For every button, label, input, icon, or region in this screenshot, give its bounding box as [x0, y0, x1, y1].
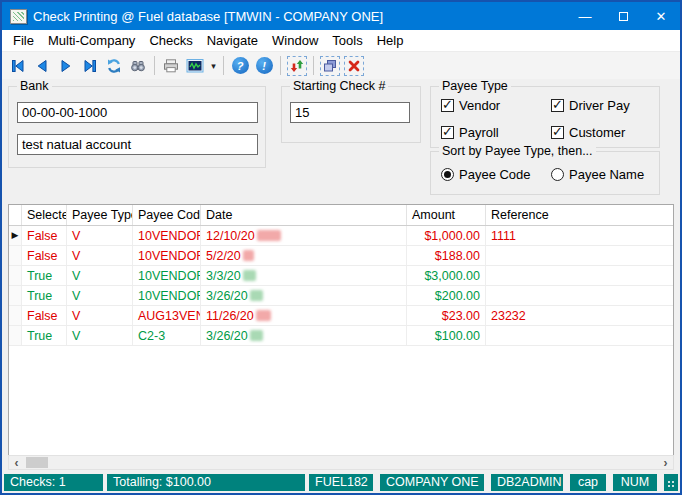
starting-check-input[interactable]: 15 [290, 102, 410, 123]
cell-reference[interactable] [486, 286, 673, 305]
menu-tools[interactable]: Tools [325, 31, 369, 50]
previous-record-button[interactable] [30, 55, 54, 77]
cell-payee-code[interactable]: AUG13VEN [133, 306, 201, 325]
table-row[interactable]: FalseV10VENDOR5/2/20$188.00 [9, 246, 673, 266]
cell-date[interactable]: 3/26/20 [201, 286, 407, 305]
cell-amount[interactable]: $188.00 [407, 246, 486, 265]
minimize-button[interactable]: — [566, 2, 604, 30]
transfer-button[interactable] [285, 55, 309, 77]
last-record-button[interactable] [78, 55, 102, 77]
checkbox-icon[interactable] [441, 126, 454, 139]
transfer-arrows-icon [287, 56, 307, 76]
cell-reference[interactable]: 1111 [486, 226, 673, 245]
cell-amount[interactable]: $1,000.00 [407, 226, 486, 245]
cell-date[interactable]: 12/10/20 [201, 226, 407, 245]
cell-amount[interactable]: $200.00 [407, 286, 486, 305]
radio-payee-name[interactable]: Payee Name [551, 167, 644, 182]
cell-selected[interactable]: True [22, 286, 67, 305]
column-header-date[interactable]: Date [201, 205, 407, 225]
checkbox-customer[interactable]: Customer [551, 125, 625, 140]
menu-navigate[interactable]: Navigate [200, 31, 265, 50]
table-row[interactable]: TrueV10VENDOR3/3/20$3,000.00 [9, 266, 673, 286]
toolbar: ▾ ? ! [2, 52, 680, 79]
checkbox-driver-pay[interactable]: Driver Pay [551, 98, 630, 113]
cell-reference[interactable] [486, 266, 673, 285]
resize-grip-icon[interactable] [664, 474, 678, 491]
refresh-button[interactable] [102, 55, 126, 77]
checkbox-payroll[interactable]: Payroll [441, 125, 499, 140]
table-row[interactable]: ▶FalseV10VENDOR12/10/20$1,000.001111 [9, 226, 673, 246]
checkbox-vendor[interactable]: Vendor [441, 98, 500, 113]
scroll-right-icon[interactable]: › [658, 456, 673, 469]
cell-payee-code[interactable]: C2-3 [133, 326, 201, 345]
radio-icon[interactable] [441, 168, 454, 181]
row-selector[interactable] [9, 266, 22, 285]
cell-selected[interactable]: False [22, 246, 67, 265]
table-row[interactable]: TrueVC2-33/26/20$100.00 [9, 326, 673, 346]
row-selector[interactable] [9, 306, 22, 325]
menu-file[interactable]: File [6, 31, 41, 50]
scrollbar-thumb[interactable] [26, 457, 48, 468]
cell-selected[interactable]: False [22, 306, 67, 325]
checkbox-icon[interactable] [551, 126, 564, 139]
cell-payee-code[interactable]: 10VENDOR [133, 286, 201, 305]
maximize-button[interactable] [604, 2, 642, 30]
menu-window[interactable]: Window [265, 31, 325, 50]
cell-selected[interactable]: True [22, 266, 67, 285]
cell-date[interactable]: 3/26/20 [201, 326, 407, 345]
cell-reference[interactable] [486, 326, 673, 345]
cell-reference[interactable]: 23232 [486, 306, 673, 325]
cell-reference[interactable] [486, 246, 673, 265]
column-header-amount[interactable]: Amount [407, 205, 486, 225]
next-record-button[interactable] [54, 55, 78, 77]
exit-button[interactable] [342, 55, 366, 77]
cell-amount[interactable]: $3,000.00 [407, 266, 486, 285]
cell-date[interactable]: 5/2/20 [201, 246, 407, 265]
row-selector[interactable]: ▶ [9, 226, 22, 245]
column-header-payee-type[interactable]: Payee Type [67, 205, 133, 225]
print-button[interactable] [159, 55, 183, 77]
cell-payee-type[interactable]: V [67, 306, 133, 325]
close-button[interactable]: ✕ [642, 2, 680, 30]
cell-payee-code[interactable]: 10VENDOR [133, 226, 201, 245]
scroll-left-icon[interactable]: ‹ [9, 456, 24, 469]
table-row[interactable]: TrueV10VENDOR3/26/20$200.00 [9, 286, 673, 306]
checkbox-icon[interactable] [441, 99, 454, 112]
cell-payee-type[interactable]: V [67, 266, 133, 285]
about-button[interactable]: ! [252, 55, 276, 77]
find-button[interactable] [126, 55, 150, 77]
horizontal-scrollbar[interactable]: ‹ › [8, 455, 674, 470]
bank-account-input[interactable]: 00-00-00-1000 [17, 102, 258, 123]
column-header-reference[interactable]: Reference [486, 205, 673, 225]
print-preview-button[interactable] [183, 55, 207, 77]
cell-payee-type[interactable]: V [67, 226, 133, 245]
preview-dropdown-button[interactable]: ▾ [207, 55, 219, 77]
table-row[interactable]: FalseVAUG13VEN11/26/20$23.0023232 [9, 306, 673, 326]
menu-help[interactable]: Help [370, 31, 411, 50]
cell-payee-type[interactable]: V [67, 326, 133, 345]
cell-date[interactable]: 3/3/20 [201, 266, 407, 285]
windows-button[interactable] [318, 55, 342, 77]
cell-amount[interactable]: $100.00 [407, 326, 486, 345]
cell-selected[interactable]: True [22, 326, 67, 345]
cell-payee-code[interactable]: 10VENDOR [133, 266, 201, 285]
cell-date[interactable]: 11/26/20 [201, 306, 407, 325]
row-selector[interactable] [9, 246, 22, 265]
cell-amount[interactable]: $23.00 [407, 306, 486, 325]
cell-payee-code[interactable]: 10VENDOR [133, 246, 201, 265]
radio-icon[interactable] [551, 168, 564, 181]
column-header-selected[interactable]: Selected [22, 205, 67, 225]
row-selector[interactable] [9, 326, 22, 345]
row-selector[interactable] [9, 286, 22, 305]
first-record-button[interactable] [6, 55, 30, 77]
cell-payee-type[interactable]: V [67, 246, 133, 265]
bank-name-input[interactable]: test natual account [17, 134, 258, 155]
column-header-payee-code[interactable]: Payee Code [133, 205, 201, 225]
cell-selected[interactable]: False [22, 226, 67, 245]
radio-payee-code[interactable]: Payee Code [441, 167, 531, 182]
cell-payee-type[interactable]: V [67, 286, 133, 305]
checkbox-icon[interactable] [551, 99, 564, 112]
menu-multi-company[interactable]: Multi-Company [41, 31, 142, 50]
menu-checks[interactable]: Checks [142, 31, 199, 50]
help-button[interactable]: ? [228, 55, 252, 77]
